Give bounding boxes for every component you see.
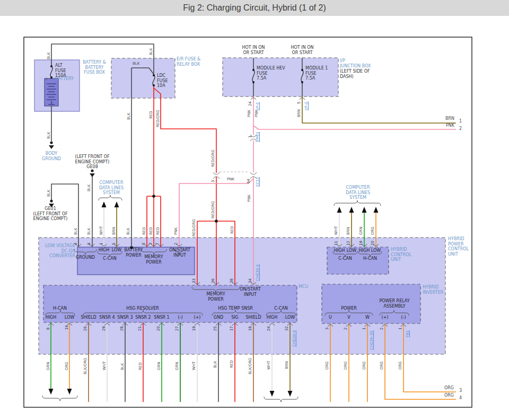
group-label: H-CAN [48, 306, 72, 311]
pin-number: 27 [175, 326, 179, 331]
pin-number: 3 [211, 180, 215, 182]
wire-color-label: ORG [65, 362, 69, 370]
group-label: HIGH [264, 315, 280, 320]
pin-number: 19 [359, 241, 363, 246]
group-label: V [344, 315, 354, 320]
wire-color-label: GRN [157, 362, 161, 370]
er-box-label: E/R FUSE & RELAY BOX [177, 57, 200, 67]
inverter-label: HYBRID INVERTER [423, 285, 443, 295]
pin-number: 2 [344, 328, 348, 330]
pin-number: 2 [380, 328, 384, 330]
connector-id[interactable]: CHG34-S [256, 265, 260, 281]
pin-number: 32 [285, 326, 289, 331]
ge01-label: GE01 (LEFT FRONT OF ENGINE COMPT) [29, 206, 72, 222]
connector-id[interactable]: EC11 [256, 177, 260, 187]
pin-number: 38 [230, 278, 234, 283]
wire-color-label: RED/ORG [192, 219, 196, 237]
pin-number: 33 [192, 278, 196, 283]
edge-pin-label: 1 [459, 119, 462, 124]
hpcu-label: HYBRID POWER CONTROL UNIT [448, 237, 469, 257]
group-label: HSG RESOLVER [119, 306, 166, 311]
connector-id[interactable]: FB1 [406, 330, 410, 337]
connector-id[interactable]: I/P-E [256, 102, 260, 110]
pin-number: 1 [398, 328, 402, 330]
pin-number: 29 [102, 326, 106, 331]
pin-number: 25 [213, 326, 217, 331]
wire-color-label: RED [142, 227, 146, 235]
group-label: MEMORY POWER [202, 292, 230, 302]
battery-icon [45, 78, 58, 106]
pin-number: 1 [362, 328, 366, 330]
group-label: POWER RELAY ASSEMBLY [373, 299, 416, 309]
hot-in-on-label-left: HOT IN ON OR START [238, 45, 269, 55]
group-label: POWER [336, 306, 362, 311]
group-label: U [325, 315, 336, 320]
wire-color-label: GRN [175, 362, 179, 370]
pin-number: 4 [74, 243, 78, 245]
group-label: (-) [397, 315, 410, 320]
group-label: GND [210, 315, 226, 320]
group-label: SNSR 4 [97, 315, 117, 320]
hot-in-on-label-right: HOT IN ON OR START [286, 45, 318, 55]
wire-color-label: RED [149, 227, 153, 235]
wire-color-label: WHT [334, 226, 338, 235]
wire-color-label: RED [230, 226, 234, 234]
wire-color-label: GRN [359, 226, 363, 235]
edge-pin-label: 4 [459, 396, 462, 400]
edge-pin-label: PNK [446, 123, 454, 128]
wire-color-label: PNK [247, 195, 251, 202]
connector-id[interactable]: CHG34-3G [370, 330, 374, 350]
group-label: MEMORY POWER [141, 255, 167, 265]
group-label: HIGH [43, 315, 59, 320]
group-label: C-CAN [99, 256, 120, 261]
ldc-fuse-label: LDC FUSE 10A [157, 73, 168, 89]
connector-id[interactable]: I/P-G [304, 101, 309, 110]
pin-number: 1 [99, 243, 103, 245]
group-label: GROUND [72, 255, 99, 260]
ip-box-label: I/P JUNCTION BOX [340, 58, 371, 68]
pin-number: 64 [247, 179, 251, 183]
wire-color-label: BLK [87, 228, 91, 235]
connector-id[interactable]: EM61 [256, 132, 260, 142]
connector-id[interactable]: CHG34-S [292, 330, 296, 347]
wire-color-label: RED [149, 111, 153, 119]
group-label: LOW [368, 248, 383, 253]
wire-color-label: BRN [285, 361, 289, 369]
wire-color-label: ORG [371, 226, 375, 235]
edge-pin-label: ORG [444, 393, 454, 398]
wire-color-label: PNK [254, 110, 259, 117]
pin-number: 1 [248, 136, 252, 138]
wire-color-label: BLK [120, 363, 125, 370]
wire-color-label: BLK [126, 228, 130, 235]
group-label: SNSR 1 [152, 315, 172, 320]
wire-color-label: BRN [346, 227, 350, 235]
computer-data-lines-label-right: COMPUTER DATA LINES SYSTEM [339, 185, 377, 200]
wire-color-label: BRN [112, 227, 116, 235]
body-ground-label: BODY GROUND [37, 151, 66, 161]
wire-color-label: GRN [46, 362, 50, 370]
inline-label: + [45, 77, 48, 81]
wire-color-label: ORG [344, 361, 348, 370]
pin-number: 26 [83, 326, 87, 331]
group-label: SHIELD [243, 315, 264, 320]
wire-color-label: BLK/ORG [83, 358, 87, 374]
group-label: HSG TEMP SNSR [210, 306, 261, 311]
wire-color-label: BLK/ORG [248, 358, 252, 374]
pin-number: 11 [334, 241, 338, 246]
pin-number: 8 [46, 328, 50, 330]
wiring-diagram-svg [0, 0, 509, 420]
wire-color-label: WHT [192, 362, 196, 370]
inline-label: BLK [133, 62, 139, 66]
wire-color-label: ORG [380, 361, 384, 370]
inline-label: PNK [227, 177, 234, 181]
pin-number: 7 [155, 243, 160, 245]
pin-number: 34 [248, 278, 252, 283]
wire-color-label: BLK [47, 132, 51, 139]
edge-pin-label: BRN [445, 116, 454, 121]
wire-color-label: ORG [325, 361, 329, 370]
inline-connector-icons [213, 135, 257, 179]
pin-number: 3 [148, 243, 153, 245]
group-label: (-) [174, 315, 187, 320]
pin-number: 28 [120, 326, 124, 331]
group-label: SIG [227, 315, 243, 320]
